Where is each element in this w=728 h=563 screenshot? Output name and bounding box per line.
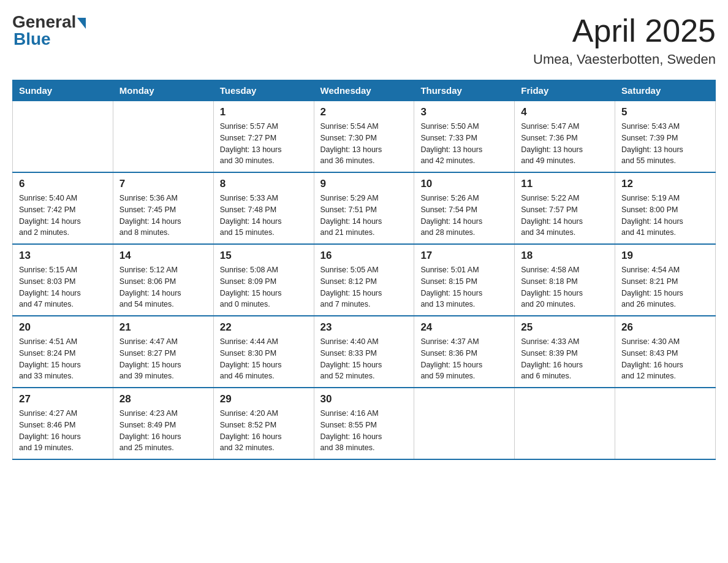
calendar-title: April 2025 (533, 12, 716, 49)
day-number: 12 (621, 178, 709, 190)
calendar-cell: 9Sunrise: 5:29 AMSunset: 7:51 PMDaylight… (314, 172, 414, 244)
calendar-subtitle: Umea, Vaesterbotten, Sweden (533, 52, 716, 67)
day-number: 27 (19, 393, 107, 405)
calendar-week-row: 20Sunrise: 4:51 AMSunset: 8:24 PMDayligh… (13, 316, 716, 388)
day-number: 26 (621, 321, 709, 334)
day-number: 17 (420, 250, 508, 262)
page-header: General Blue April 2025 Umea, Vaesterbot… (12, 12, 716, 67)
day-info: Sunrise: 4:23 AMSunset: 8:49 PMDaylight:… (119, 408, 207, 454)
day-info: Sunrise: 5:05 AMSunset: 8:12 PMDaylight:… (320, 264, 408, 310)
day-info: Sunrise: 5:54 AMSunset: 7:30 PMDaylight:… (320, 121, 408, 167)
day-info: Sunrise: 4:44 AMSunset: 8:30 PMDaylight:… (220, 336, 308, 382)
day-info: Sunrise: 5:08 AMSunset: 8:09 PMDaylight:… (220, 264, 308, 310)
title-block: April 2025 Umea, Vaesterbotten, Sweden (533, 12, 716, 67)
day-info: Sunrise: 4:37 AMSunset: 8:36 PMDaylight:… (420, 336, 508, 382)
day-number: 29 (220, 393, 308, 405)
day-number: 5 (621, 106, 709, 118)
day-number: 7 (119, 178, 207, 190)
calendar-header-row: SundayMondayTuesdayWednesdayThursdayFrid… (13, 80, 716, 101)
day-info: Sunrise: 5:36 AMSunset: 7:45 PMDaylight:… (119, 193, 207, 239)
calendar-week-row: 27Sunrise: 4:27 AMSunset: 8:46 PMDayligh… (13, 388, 716, 459)
header-wednesday: Wednesday (314, 80, 414, 101)
header-friday: Friday (515, 80, 615, 101)
day-info: Sunrise: 5:43 AMSunset: 7:39 PMDaylight:… (621, 121, 709, 167)
day-info: Sunrise: 4:16 AMSunset: 8:55 PMDaylight:… (320, 408, 408, 454)
day-number: 14 (119, 250, 207, 262)
day-info: Sunrise: 4:51 AMSunset: 8:24 PMDaylight:… (19, 336, 107, 382)
calendar-cell: 22Sunrise: 4:44 AMSunset: 8:30 PMDayligh… (213, 316, 314, 388)
day-info: Sunrise: 5:33 AMSunset: 7:48 PMDaylight:… (220, 193, 308, 239)
day-number: 23 (320, 321, 408, 334)
day-number: 11 (521, 178, 609, 190)
calendar-cell: 17Sunrise: 5:01 AMSunset: 8:15 PMDayligh… (414, 244, 515, 316)
calendar-cell (113, 101, 213, 173)
calendar-cell: 24Sunrise: 4:37 AMSunset: 8:36 PMDayligh… (414, 316, 515, 388)
logo-arrow-icon (77, 18, 86, 29)
day-info: Sunrise: 5:50 AMSunset: 7:33 PMDaylight:… (420, 121, 508, 167)
calendar-cell (515, 388, 615, 459)
day-number: 20 (19, 321, 107, 334)
header-thursday: Thursday (414, 80, 515, 101)
day-number: 9 (320, 178, 408, 190)
calendar-cell: 11Sunrise: 5:22 AMSunset: 7:57 PMDayligh… (515, 172, 615, 244)
header-tuesday: Tuesday (213, 80, 314, 101)
day-number: 3 (420, 106, 508, 118)
calendar-cell (13, 101, 113, 173)
calendar-cell: 26Sunrise: 4:30 AMSunset: 8:43 PMDayligh… (615, 316, 716, 388)
calendar-cell: 21Sunrise: 4:47 AMSunset: 8:27 PMDayligh… (113, 316, 213, 388)
day-info: Sunrise: 4:47 AMSunset: 8:27 PMDaylight:… (119, 336, 207, 382)
calendar-week-row: 13Sunrise: 5:15 AMSunset: 8:03 PMDayligh… (13, 244, 716, 316)
day-number: 24 (420, 321, 508, 334)
day-info: Sunrise: 5:15 AMSunset: 8:03 PMDaylight:… (19, 264, 107, 310)
day-number: 1 (220, 106, 308, 118)
day-info: Sunrise: 5:40 AMSunset: 7:42 PMDaylight:… (19, 193, 107, 239)
calendar-cell: 5Sunrise: 5:43 AMSunset: 7:39 PMDaylight… (615, 101, 716, 173)
day-info: Sunrise: 5:29 AMSunset: 7:51 PMDaylight:… (320, 193, 408, 239)
day-info: Sunrise: 5:01 AMSunset: 8:15 PMDaylight:… (420, 264, 508, 310)
day-info: Sunrise: 5:22 AMSunset: 7:57 PMDaylight:… (521, 193, 609, 239)
logo: General Blue (12, 12, 86, 49)
day-number: 21 (119, 321, 207, 334)
day-info: Sunrise: 5:19 AMSunset: 8:00 PMDaylight:… (621, 193, 709, 239)
calendar-cell (615, 388, 716, 459)
calendar-cell: 14Sunrise: 5:12 AMSunset: 8:06 PMDayligh… (113, 244, 213, 316)
day-info: Sunrise: 5:26 AMSunset: 7:54 PMDaylight:… (420, 193, 508, 239)
day-info: Sunrise: 4:27 AMSunset: 8:46 PMDaylight:… (19, 408, 107, 454)
day-number: 10 (420, 178, 508, 190)
day-info: Sunrise: 5:12 AMSunset: 8:06 PMDaylight:… (119, 264, 207, 310)
calendar-cell: 27Sunrise: 4:27 AMSunset: 8:46 PMDayligh… (13, 388, 113, 459)
calendar-cell: 15Sunrise: 5:08 AMSunset: 8:09 PMDayligh… (213, 244, 314, 316)
header-sunday: Sunday (13, 80, 113, 101)
day-number: 19 (621, 250, 709, 262)
day-info: Sunrise: 5:57 AMSunset: 7:27 PMDaylight:… (220, 121, 308, 167)
day-number: 15 (220, 250, 308, 262)
calendar-table: SundayMondayTuesdayWednesdayThursdayFrid… (12, 80, 716, 460)
day-number: 28 (119, 393, 207, 405)
calendar-cell: 16Sunrise: 5:05 AMSunset: 8:12 PMDayligh… (314, 244, 414, 316)
calendar-week-row: 6Sunrise: 5:40 AMSunset: 7:42 PMDaylight… (13, 172, 716, 244)
calendar-cell (414, 388, 515, 459)
day-number: 4 (521, 106, 609, 118)
day-number: 13 (19, 250, 107, 262)
day-info: Sunrise: 5:47 AMSunset: 7:36 PMDaylight:… (521, 121, 609, 167)
day-info: Sunrise: 4:20 AMSunset: 8:52 PMDaylight:… (220, 408, 308, 454)
calendar-cell: 1Sunrise: 5:57 AMSunset: 7:27 PMDaylight… (213, 101, 314, 173)
calendar-cell: 29Sunrise: 4:20 AMSunset: 8:52 PMDayligh… (213, 388, 314, 459)
day-number: 30 (320, 393, 408, 405)
calendar-cell: 18Sunrise: 4:58 AMSunset: 8:18 PMDayligh… (515, 244, 615, 316)
calendar-cell: 10Sunrise: 5:26 AMSunset: 7:54 PMDayligh… (414, 172, 515, 244)
calendar-cell: 13Sunrise: 5:15 AMSunset: 8:03 PMDayligh… (13, 244, 113, 316)
calendar-cell: 28Sunrise: 4:23 AMSunset: 8:49 PMDayligh… (113, 388, 213, 459)
day-number: 18 (521, 250, 609, 262)
calendar-cell: 20Sunrise: 4:51 AMSunset: 8:24 PMDayligh… (13, 316, 113, 388)
day-info: Sunrise: 4:33 AMSunset: 8:39 PMDaylight:… (521, 336, 609, 382)
calendar-cell: 2Sunrise: 5:54 AMSunset: 7:30 PMDaylight… (314, 101, 414, 173)
day-number: 16 (320, 250, 408, 262)
day-info: Sunrise: 4:54 AMSunset: 8:21 PMDaylight:… (621, 264, 709, 310)
calendar-cell: 25Sunrise: 4:33 AMSunset: 8:39 PMDayligh… (515, 316, 615, 388)
day-number: 2 (320, 106, 408, 118)
day-info: Sunrise: 4:40 AMSunset: 8:33 PMDaylight:… (320, 336, 408, 382)
header-saturday: Saturday (615, 80, 716, 101)
calendar-cell: 12Sunrise: 5:19 AMSunset: 8:00 PMDayligh… (615, 172, 716, 244)
calendar-cell: 6Sunrise: 5:40 AMSunset: 7:42 PMDaylight… (13, 172, 113, 244)
